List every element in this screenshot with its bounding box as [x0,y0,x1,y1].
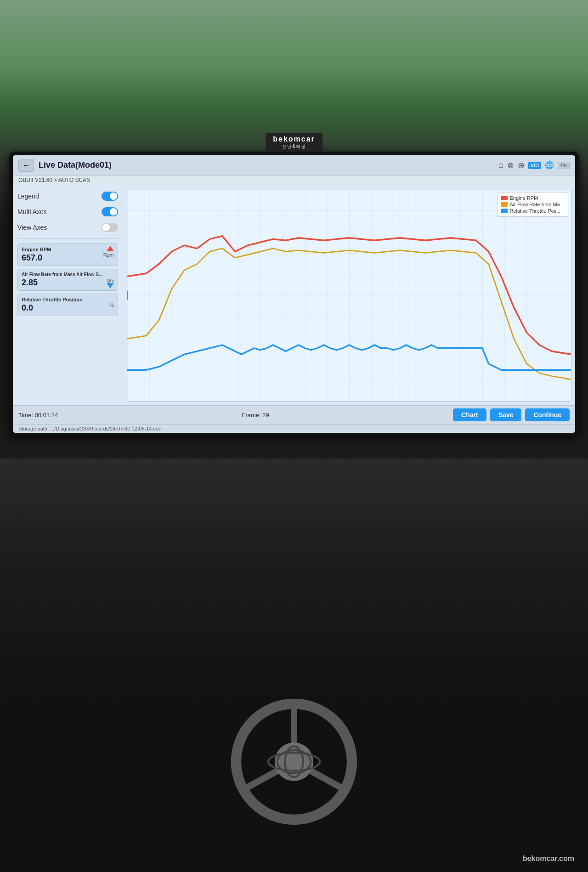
breadcrumb-text: OBDII V21.60 > AUTO SCAN [18,177,90,183]
legend-throttle: Relative Throttle Posi... [501,208,564,214]
throttle-unit: % [109,302,114,308]
engine-rpm-unit: Rpm [103,252,114,258]
legend-color-rpm [501,196,508,200]
air-flow-unit: g/s [107,277,114,283]
continue-button[interactable]: Continue [525,408,570,421]
view-axes-toggle[interactable] [102,223,118,232]
globe-icon[interactable]: 🌐 [545,161,554,170]
throttle-value: 0.0 [22,303,114,313]
time-label: Time: 00:01:24 [18,412,58,419]
brand-tagline: 진단&매핑 [273,143,315,150]
legend-label-throttle: Relative Throttle Posi... [509,208,562,214]
legend-color-airflow [501,202,508,207]
watermark: bekomcar.com [523,855,574,863]
breadcrumb: OBDII V21.60 > AUTO SCAN [13,176,575,185]
screen-bezel: ← Live Data(Mode01) ⌂ ⊗ ⊕ VCI 🌐 1% OBDII… [9,152,579,436]
multi-axes-toggle-row: Multi Axes [17,205,118,218]
legend-air-flow: Air Flow Rate from Ma... [501,202,564,207]
view-axes-label: View Axes [17,224,47,231]
engine-rpm-value: 657.0 [22,253,114,263]
throttle-position-item: Relative Throttle Position 0.0 % [17,294,118,316]
air-flow-rate-item: Air Flow Rate from Mass Air Flow S... 2.… [17,269,118,291]
page-title: Live Data(Mode01) [39,160,498,170]
bekomcar-device-label: bekomcar 진단&매핑 [266,133,322,152]
legend-label-rpm: Engine RPM [509,195,538,201]
action-buttons: Chart Save Continue [453,408,570,421]
rpm-arrow-up [107,246,114,251]
air-flow-arrow-down [107,283,114,289]
multi-axes-label: Multi Axes [17,208,47,215]
legend-label: Legend [17,193,39,200]
chart-area: « Engine RPM Air Flow Rate from Ma... [123,185,575,405]
back-button[interactable]: ← [18,159,34,172]
engine-rpm-item: Engine RPM 657.0 Rpm [17,243,118,266]
steering-wheel-area [230,697,358,826]
legend-toggle-row: Legend [17,190,118,203]
close-icon[interactable]: ⊗ [507,160,514,170]
chart-svg [127,189,571,401]
header-bar: ← Live Data(Mode01) ⌂ ⊗ ⊕ VCI 🌐 1% [13,155,575,176]
save-button[interactable]: Save [490,408,522,421]
svg-point-6 [275,742,313,781]
search-icon[interactable]: ⊕ [518,160,525,170]
collapse-button[interactable]: « [127,290,128,300]
left-panel: Legend Multi Axes View Axes Engine RPM [13,185,123,405]
vci-badge: VCI [528,162,541,169]
brand-name: bekomcar [273,135,315,143]
storage-path-text: Storage path: .../Diagnosis/CSVRecords/2… [18,426,161,431]
throttle-label: Relative Throttle Position [22,297,114,302]
divider-1 [17,238,118,239]
legend-toggle[interactable] [102,192,118,201]
view-axes-toggle-row: View Axes [17,221,118,234]
storage-path: Storage path: .../Diagnosis/CSVRecords/2… [13,424,575,433]
air-flow-label: Air Flow Rate from Mass Air Flow S... [22,272,114,277]
frame-label: Frame: 29 [242,412,269,419]
toyota-logo-svg [230,697,358,826]
engine-rpm-label: Engine RPM [22,247,114,252]
chart-legend: Engine RPM Air Flow Rate from Ma... Rela… [497,192,568,217]
legend-engine-rpm: Engine RPM [501,195,564,201]
chart-container: « Engine RPM Air Flow Rate from Ma... [127,189,571,402]
header-icons: ⌂ ⊗ ⊕ VCI 🌐 1% [498,160,570,170]
battery-indicator: 1% [558,162,570,169]
chart-button[interactable]: Chart [453,408,486,421]
legend-color-throttle [501,209,508,213]
main-screen: ← Live Data(Mode01) ⌂ ⊗ ⊕ VCI 🌐 1% OBDII… [13,155,575,433]
air-flow-value: 2.85 [22,278,114,288]
home-icon[interactable]: ⌂ [498,160,503,170]
multi-axes-toggle[interactable] [102,207,118,216]
bottom-bar: Time: 00:01:24 Frame: 29 Chart Save Cont… [13,405,575,424]
legend-label-airflow: Air Flow Rate from Ma... [509,202,564,207]
main-content: Legend Multi Axes View Axes Engine RPM [13,185,575,405]
